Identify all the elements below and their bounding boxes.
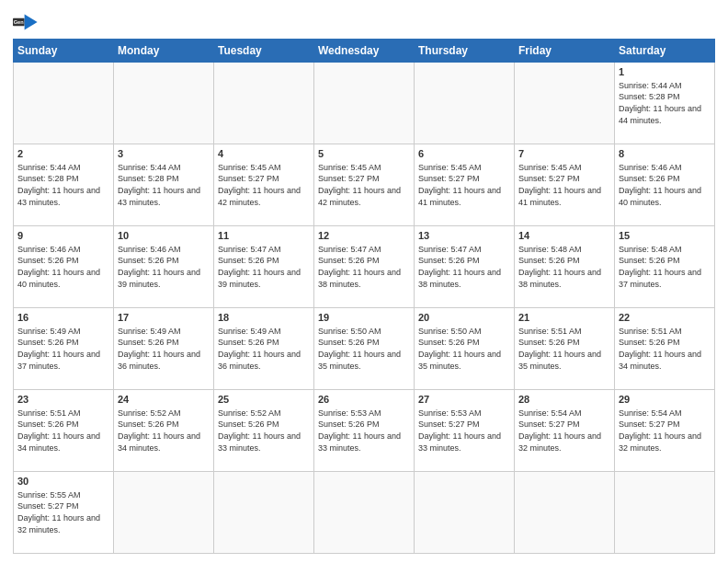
day-number: 19 bbox=[318, 311, 410, 325]
week-row-4: 16Sunrise: 5:49 AM Sunset: 5:26 PM Dayli… bbox=[14, 308, 715, 390]
day-cell: 23Sunrise: 5:51 AM Sunset: 5:26 PM Dayli… bbox=[14, 390, 114, 472]
day-cell bbox=[515, 472, 615, 554]
day-number: 29 bbox=[619, 393, 711, 407]
day-cell: 27Sunrise: 5:53 AM Sunset: 5:27 PM Dayli… bbox=[415, 390, 515, 472]
day-cell: 13Sunrise: 5:47 AM Sunset: 5:26 PM Dayli… bbox=[415, 226, 515, 308]
day-info: Sunrise: 5:52 AM Sunset: 5:26 PM Dayligh… bbox=[118, 408, 210, 454]
day-cell: 17Sunrise: 5:49 AM Sunset: 5:26 PM Dayli… bbox=[114, 308, 214, 390]
weekday-header-row: SundayMondayTuesdayWednesdayThursdayFrid… bbox=[14, 40, 715, 63]
day-cell: 9Sunrise: 5:46 AM Sunset: 5:26 PM Daylig… bbox=[14, 226, 114, 308]
day-number: 4 bbox=[218, 147, 310, 161]
day-cell: 15Sunrise: 5:48 AM Sunset: 5:26 PM Dayli… bbox=[615, 226, 715, 308]
day-info: Sunrise: 5:49 AM Sunset: 5:26 PM Dayligh… bbox=[118, 326, 210, 372]
day-cell bbox=[415, 472, 515, 554]
week-row-3: 9Sunrise: 5:46 AM Sunset: 5:26 PM Daylig… bbox=[14, 226, 715, 308]
day-info: Sunrise: 5:50 AM Sunset: 5:26 PM Dayligh… bbox=[418, 326, 510, 372]
day-number: 12 bbox=[318, 229, 410, 243]
day-info: Sunrise: 5:49 AM Sunset: 5:26 PM Dayligh… bbox=[17, 326, 109, 372]
day-cell bbox=[14, 63, 114, 144]
day-info: Sunrise: 5:55 AM Sunset: 5:27 PM Dayligh… bbox=[17, 489, 109, 535]
day-number: 1 bbox=[619, 65, 711, 79]
day-number: 22 bbox=[619, 311, 711, 325]
day-cell: 14Sunrise: 5:48 AM Sunset: 5:26 PM Dayli… bbox=[515, 226, 615, 308]
day-cell: 1Sunrise: 5:44 AM Sunset: 5:28 PM Daylig… bbox=[615, 63, 715, 144]
week-row-2: 2Sunrise: 5:44 AM Sunset: 5:28 PM Daylig… bbox=[14, 144, 715, 226]
day-number: 21 bbox=[518, 311, 610, 325]
day-cell: 5Sunrise: 5:45 AM Sunset: 5:27 PM Daylig… bbox=[314, 144, 415, 226]
day-cell: 20Sunrise: 5:50 AM Sunset: 5:26 PM Dayli… bbox=[415, 308, 515, 390]
day-info: Sunrise: 5:45 AM Sunset: 5:27 PM Dayligh… bbox=[518, 162, 610, 208]
weekday-header-saturday: Saturday bbox=[615, 40, 715, 63]
day-number: 18 bbox=[218, 311, 310, 325]
day-number: 15 bbox=[619, 229, 711, 243]
day-number: 13 bbox=[418, 229, 510, 243]
day-info: Sunrise: 5:48 AM Sunset: 5:26 PM Dayligh… bbox=[518, 244, 610, 290]
day-cell: 12Sunrise: 5:47 AM Sunset: 5:26 PM Dayli… bbox=[314, 226, 415, 308]
day-number: 25 bbox=[218, 393, 310, 407]
svg-text:Gen: Gen bbox=[14, 19, 24, 25]
day-info: Sunrise: 5:44 AM Sunset: 5:28 PM Dayligh… bbox=[17, 162, 109, 208]
day-number: 30 bbox=[17, 475, 109, 488]
day-number: 11 bbox=[218, 229, 310, 243]
week-row-6: 30Sunrise: 5:55 AM Sunset: 5:27 PM Dayli… bbox=[14, 472, 715, 554]
header-area: Gen bbox=[13, 9, 715, 35]
day-info: Sunrise: 5:51 AM Sunset: 5:26 PM Dayligh… bbox=[17, 408, 109, 454]
day-info: Sunrise: 5:45 AM Sunset: 5:27 PM Dayligh… bbox=[418, 162, 510, 208]
day-cell: 24Sunrise: 5:52 AM Sunset: 5:26 PM Dayli… bbox=[114, 390, 214, 472]
day-number: 14 bbox=[518, 229, 610, 243]
day-cell: 25Sunrise: 5:52 AM Sunset: 5:26 PM Dayli… bbox=[214, 390, 314, 472]
day-cell: 18Sunrise: 5:49 AM Sunset: 5:26 PM Dayli… bbox=[214, 308, 314, 390]
day-number: 10 bbox=[118, 229, 210, 243]
day-info: Sunrise: 5:44 AM Sunset: 5:28 PM Dayligh… bbox=[619, 80, 711, 126]
day-cell: 30Sunrise: 5:55 AM Sunset: 5:27 PM Dayli… bbox=[14, 472, 114, 554]
day-info: Sunrise: 5:46 AM Sunset: 5:26 PM Dayligh… bbox=[17, 244, 109, 290]
day-cell: 6Sunrise: 5:45 AM Sunset: 5:27 PM Daylig… bbox=[415, 144, 515, 226]
day-info: Sunrise: 5:45 AM Sunset: 5:27 PM Dayligh… bbox=[318, 162, 410, 208]
day-number: 7 bbox=[518, 147, 610, 161]
day-info: Sunrise: 5:49 AM Sunset: 5:26 PM Dayligh… bbox=[218, 326, 310, 372]
weekday-header-thursday: Thursday bbox=[415, 40, 515, 63]
day-number: 26 bbox=[318, 393, 410, 407]
generalblue-logo-icon: Gen bbox=[13, 9, 39, 35]
day-info: Sunrise: 5:47 AM Sunset: 5:26 PM Dayligh… bbox=[418, 244, 510, 290]
day-info: Sunrise: 5:46 AM Sunset: 5:26 PM Dayligh… bbox=[118, 244, 210, 290]
day-number: 2 bbox=[17, 147, 109, 161]
day-info: Sunrise: 5:53 AM Sunset: 5:27 PM Dayligh… bbox=[418, 408, 510, 454]
week-row-5: 23Sunrise: 5:51 AM Sunset: 5:26 PM Dayli… bbox=[14, 390, 715, 472]
day-cell bbox=[214, 63, 314, 144]
day-number: 5 bbox=[318, 147, 410, 161]
day-number: 20 bbox=[418, 311, 510, 325]
day-cell bbox=[214, 472, 314, 554]
day-info: Sunrise: 5:51 AM Sunset: 5:26 PM Dayligh… bbox=[619, 326, 711, 372]
day-info: Sunrise: 5:48 AM Sunset: 5:26 PM Dayligh… bbox=[619, 244, 711, 290]
day-cell bbox=[314, 63, 415, 144]
day-cell: 4Sunrise: 5:45 AM Sunset: 5:27 PM Daylig… bbox=[214, 144, 314, 226]
day-cell: 28Sunrise: 5:54 AM Sunset: 5:27 PM Dayli… bbox=[515, 390, 615, 472]
day-number: 16 bbox=[17, 311, 109, 325]
day-cell: 8Sunrise: 5:46 AM Sunset: 5:26 PM Daylig… bbox=[615, 144, 715, 226]
page: Gen SundayMondayTuesdayWednesdayThursday… bbox=[0, 0, 728, 563]
day-cell bbox=[415, 63, 515, 144]
day-info: Sunrise: 5:54 AM Sunset: 5:27 PM Dayligh… bbox=[619, 408, 711, 454]
day-info: Sunrise: 5:51 AM Sunset: 5:26 PM Dayligh… bbox=[518, 326, 610, 372]
day-cell: 3Sunrise: 5:44 AM Sunset: 5:28 PM Daylig… bbox=[114, 144, 214, 226]
day-cell: 2Sunrise: 5:44 AM Sunset: 5:28 PM Daylig… bbox=[14, 144, 114, 226]
day-info: Sunrise: 5:50 AM Sunset: 5:26 PM Dayligh… bbox=[318, 326, 410, 372]
weekday-header-friday: Friday bbox=[515, 40, 615, 63]
day-number: 6 bbox=[418, 147, 510, 161]
day-info: Sunrise: 5:54 AM Sunset: 5:27 PM Dayligh… bbox=[518, 408, 610, 454]
calendar: SundayMondayTuesdayWednesdayThursdayFrid… bbox=[13, 39, 715, 554]
day-number: 3 bbox=[118, 147, 210, 161]
day-cell bbox=[314, 472, 415, 554]
day-info: Sunrise: 5:45 AM Sunset: 5:27 PM Dayligh… bbox=[218, 162, 310, 208]
day-number: 23 bbox=[17, 393, 109, 407]
day-cell bbox=[515, 63, 615, 144]
day-cell: 19Sunrise: 5:50 AM Sunset: 5:26 PM Dayli… bbox=[314, 308, 415, 390]
day-cell: 10Sunrise: 5:46 AM Sunset: 5:26 PM Dayli… bbox=[114, 226, 214, 308]
day-info: Sunrise: 5:46 AM Sunset: 5:26 PM Dayligh… bbox=[619, 162, 711, 208]
weekday-header-wednesday: Wednesday bbox=[314, 40, 415, 63]
day-cell: 21Sunrise: 5:51 AM Sunset: 5:26 PM Dayli… bbox=[515, 308, 615, 390]
day-number: 28 bbox=[518, 393, 610, 407]
day-info: Sunrise: 5:52 AM Sunset: 5:26 PM Dayligh… bbox=[218, 408, 310, 454]
weekday-header-monday: Monday bbox=[114, 40, 214, 63]
